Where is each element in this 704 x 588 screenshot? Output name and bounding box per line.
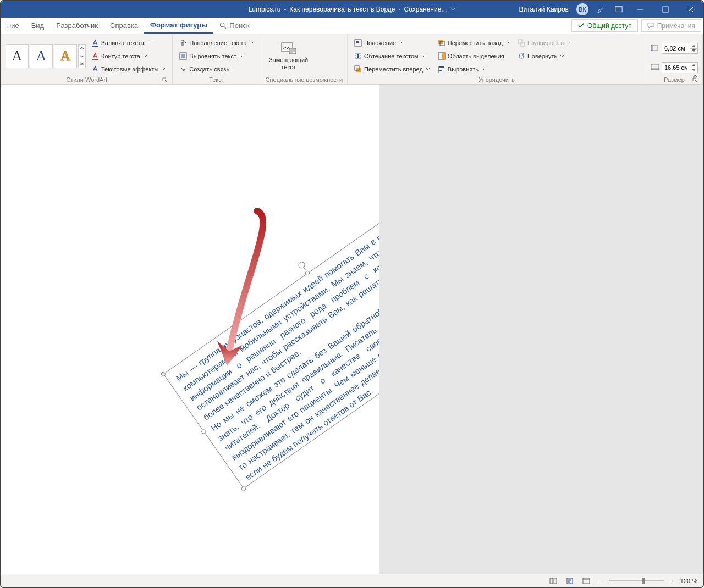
wordart-sample[interactable]: A bbox=[30, 44, 53, 68]
svg-rect-1 bbox=[663, 7, 668, 12]
width-input[interactable] bbox=[662, 63, 690, 73]
alt-text-button[interactable]: Замещающий текст bbox=[266, 36, 312, 76]
maximize-button[interactable] bbox=[653, 1, 678, 18]
zoom-in-button[interactable]: + bbox=[668, 578, 676, 584]
wordart-gallery-more[interactable] bbox=[78, 44, 86, 68]
group-arrange: Положение Обтекание текстом Переместить … bbox=[348, 34, 646, 84]
position-button[interactable]: Положение bbox=[352, 38, 432, 48]
alt-text-icon bbox=[280, 42, 297, 55]
dialog-launcher[interactable] bbox=[161, 76, 168, 83]
svg-rect-19 bbox=[518, 40, 522, 43]
web-layout-button[interactable] bbox=[580, 575, 592, 586]
svg-rect-22 bbox=[651, 64, 659, 69]
width-spinner[interactable] bbox=[662, 62, 698, 73]
webpage-icon[interactable] bbox=[610, 1, 627, 18]
send-backward-icon bbox=[438, 39, 446, 47]
ribbon-tabs: ние Вид Разработчик Справка Формат фигур… bbox=[1, 18, 703, 34]
rotate-icon bbox=[518, 52, 525, 60]
rotate-button[interactable]: Повернуть bbox=[515, 51, 575, 61]
svg-rect-18 bbox=[439, 70, 442, 71]
send-backward-button[interactable]: Переместить назад bbox=[436, 38, 512, 48]
stepper-down[interactable] bbox=[690, 48, 697, 53]
selection-pane-icon bbox=[438, 52, 446, 60]
wrap-text-button[interactable]: Обтекание текстом bbox=[352, 51, 432, 61]
search-icon bbox=[219, 22, 227, 29]
align-text-button[interactable]: Выровнять текст bbox=[177, 51, 256, 61]
user-name: Виталий Каиров bbox=[515, 5, 572, 13]
text-outline-icon bbox=[91, 52, 99, 60]
bring-forward-icon bbox=[354, 65, 362, 73]
chevron-down-icon bbox=[426, 67, 430, 71]
tab-view[interactable]: Вид bbox=[25, 18, 51, 34]
height-spinner[interactable] bbox=[662, 43, 698, 54]
align-objects-button[interactable]: Выровнять bbox=[436, 64, 512, 74]
group-icon bbox=[518, 39, 525, 47]
wrap-text-icon bbox=[354, 52, 362, 60]
share-button[interactable]: Общий доступ bbox=[571, 19, 638, 32]
text-effects-button[interactable]: Текстовые эффекты bbox=[89, 64, 168, 74]
svg-rect-10 bbox=[357, 54, 359, 58]
status-bar: − + 120 % bbox=[1, 574, 703, 587]
group-accessibility: Замещающий текст Специальные возможности bbox=[261, 34, 348, 84]
read-mode-button[interactable] bbox=[547, 575, 559, 586]
search-box[interactable]: Поиск bbox=[213, 18, 255, 34]
text-fill-button[interactable]: Заливка текста bbox=[89, 38, 168, 48]
window-title: Lumpics.ru - Как переворачивать текст в … bbox=[249, 5, 456, 13]
comment-icon bbox=[647, 22, 654, 29]
document-workspace: Мы — группа энтузиастов, одержимых идеей… bbox=[1, 85, 703, 574]
zoom-slider-knob[interactable] bbox=[642, 578, 645, 584]
svg-rect-3 bbox=[92, 46, 98, 47]
avatar[interactable]: ВК bbox=[576, 3, 588, 15]
stepper-up[interactable] bbox=[690, 63, 697, 68]
collapse-ribbon-button[interactable] bbox=[692, 73, 698, 82]
tab-help[interactable]: Справка bbox=[104, 18, 144, 34]
selection-pane-button[interactable]: Область выделения bbox=[436, 51, 512, 61]
zoom-slider[interactable] bbox=[609, 580, 664, 581]
close-button[interactable] bbox=[679, 1, 703, 18]
link-icon bbox=[179, 65, 187, 73]
document-page[interactable]: Мы — группа энтузиастов, одержимых идеей… bbox=[1, 85, 380, 574]
group-wordart-styles: A A A Заливка текста bbox=[1, 34, 173, 84]
create-link-button[interactable]: Создать связь bbox=[177, 64, 256, 74]
stepper-up[interactable] bbox=[690, 43, 697, 48]
chevron-down-icon bbox=[568, 41, 573, 45]
text-outline-button[interactable]: Контур текста bbox=[89, 51, 168, 61]
text-fill-icon bbox=[91, 39, 99, 47]
svg-rect-13 bbox=[438, 40, 443, 44]
title-bar: Lumpics.ru - Как переворачивать текст в … bbox=[1, 1, 703, 18]
chevron-down-icon bbox=[505, 41, 510, 45]
wordart-sample[interactable]: A bbox=[54, 44, 77, 68]
zoom-level[interactable]: 120 % bbox=[680, 578, 697, 584]
chevron-down-icon bbox=[399, 41, 403, 45]
stepper-down[interactable] bbox=[690, 68, 697, 73]
wordart-gallery[interactable]: A A A bbox=[6, 36, 86, 76]
ribbon: A A A Заливка текста bbox=[1, 34, 703, 85]
minimize-button[interactable] bbox=[628, 1, 652, 18]
text-box-content[interactable]: Мы — группа энтузиастов, одержимых идеей… bbox=[163, 173, 380, 489]
drawing-mode-icon[interactable] bbox=[593, 1, 609, 18]
tab-shape-format[interactable]: Формат фигуры bbox=[144, 18, 213, 34]
text-box-shape[interactable]: Мы — группа энтузиастов, одержимых идеей… bbox=[163, 173, 380, 489]
height-input[interactable] bbox=[662, 43, 690, 53]
svg-rect-21 bbox=[652, 45, 658, 51]
bring-forward-button[interactable]: Переместить вперед bbox=[352, 64, 432, 74]
group-objects-button[interactable]: Группировать bbox=[515, 38, 575, 48]
tab-developer[interactable]: Разработчик bbox=[50, 18, 104, 34]
chevron-down-icon bbox=[250, 41, 254, 45]
svg-rect-0 bbox=[615, 7, 622, 12]
wordart-sample[interactable]: A bbox=[6, 44, 29, 68]
zoom-out-button[interactable]: − bbox=[597, 578, 604, 584]
svg-rect-11 bbox=[356, 68, 361, 72]
position-icon bbox=[354, 39, 362, 47]
svg-point-2 bbox=[221, 23, 224, 26]
side-gray-area bbox=[380, 85, 703, 574]
comments-button[interactable]: Примечания bbox=[641, 19, 701, 32]
text-direction-button[interactable]: Направление текста bbox=[177, 38, 256, 48]
chevron-down-icon bbox=[147, 41, 151, 45]
chevron-down-icon bbox=[143, 54, 147, 58]
print-layout-button[interactable] bbox=[564, 575, 576, 586]
svg-rect-16 bbox=[442, 53, 445, 59]
title-dropdown[interactable] bbox=[450, 5, 455, 13]
chevron-down-icon bbox=[161, 67, 166, 71]
tab-partial[interactable]: ние bbox=[1, 18, 25, 34]
